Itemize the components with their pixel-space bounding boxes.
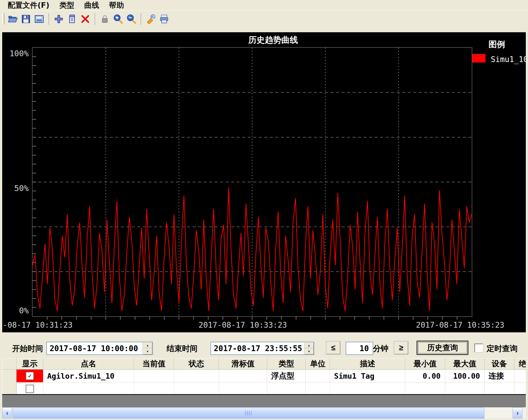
tag-table: 显示 点名 当前值 状态 滑标值 类型 单位 描述 最小值 最大值 设备 绝 ✓… (2, 358, 526, 395)
app-window: 配置文件(F) 类型 曲线 帮助 (0, 0, 528, 420)
start-time-spinner: ▲ ▼ (143, 342, 152, 354)
start-time-spin-down-button[interactable]: ▼ (143, 348, 152, 354)
x-axis-label-middle: 2017-08-17 10:33:23 (199, 321, 287, 330)
end-time-input[interactable]: 2017-08-17 23:55:55 ▲ ▼ (210, 342, 314, 355)
cell-type: 浮点型 (267, 370, 306, 383)
cell-name (43, 383, 134, 395)
cell-unit (306, 383, 330, 395)
add-curve-button[interactable] (52, 12, 65, 26)
save-as-icon (34, 14, 44, 24)
wrench-icon (146, 14, 156, 24)
end-time-spin-up-button[interactable]: ▲ (304, 342, 314, 348)
zoom-out-icon (126, 14, 136, 24)
col-header-unit[interactable]: 单位 (306, 358, 330, 370)
zoom-in-icon (113, 14, 123, 24)
table-header-row: 显示 点名 当前值 状态 滑标值 类型 单位 描述 最小值 最大值 设备 绝 (2, 358, 526, 370)
cell-cursor (219, 383, 267, 395)
save-button[interactable] (19, 12, 33, 26)
row-gutter-header (2, 358, 17, 370)
menu-curve[interactable]: 曲线 (79, 0, 104, 10)
col-header-extra[interactable]: 绝 (514, 358, 526, 370)
row-show-checkbox[interactable]: ✓ (26, 372, 34, 380)
menu-help[interactable]: 帮助 (104, 0, 129, 10)
col-header-show[interactable]: 显示 (17, 358, 43, 370)
y-axis-label-0: 0% (2, 306, 29, 315)
show-cell (17, 383, 43, 395)
delete-button[interactable] (79, 12, 92, 26)
copy-icon (67, 14, 77, 24)
cell-status (174, 383, 219, 395)
trend-plot[interactable] (32, 47, 472, 317)
trend-plot-svg (33, 48, 472, 316)
cell-desc: Simu1 Tag (330, 370, 405, 383)
save-floppy-icon (21, 14, 31, 24)
row-gutter[interactable] (2, 370, 17, 383)
cell-min: 0.00 (405, 370, 445, 383)
col-header-name[interactable]: 点名 (43, 358, 134, 370)
scroll-left-button[interactable]: ‹ (2, 407, 12, 418)
start-time-input[interactable]: 2017-08-17 10:00:00 ▲ ▼ (46, 342, 153, 355)
print-button[interactable] (158, 12, 171, 26)
copy-button[interactable] (65, 12, 79, 26)
scrollbar-grip (245, 411, 252, 415)
cell-min (405, 383, 445, 395)
zoom-in-button[interactable] (111, 12, 125, 26)
legend-series-label: Simu1_10 (491, 55, 526, 64)
cell-device (485, 383, 514, 395)
interval-value: 10 (359, 344, 369, 353)
col-header-min[interactable]: 最小值 (405, 358, 445, 370)
history-query-button[interactable]: 历史查询 (417, 341, 468, 355)
step-forward-button[interactable]: ≥ (394, 341, 408, 354)
end-time-value: 2017-08-17 23:55:55 (211, 344, 304, 353)
cell-unit (306, 370, 330, 383)
row-gutter[interactable] (2, 383, 17, 395)
horizontal-scrollbar[interactable]: ‹ › (2, 407, 526, 418)
cell-cursor (219, 370, 267, 383)
open-button[interactable] (6, 12, 19, 26)
open-folder-icon (8, 14, 18, 24)
table-row: ✓ Agilor.Simu1_10 浮点型 Simu1 Tag 0.00 100… (2, 370, 526, 383)
toolbar-separator (95, 13, 95, 25)
interval-input[interactable]: 10 (346, 342, 373, 355)
col-header-cursor[interactable]: 滑标值 (219, 358, 267, 370)
timer-query-checkbox[interactable] (474, 344, 483, 352)
lock-icon (100, 14, 110, 24)
toolbar (0, 10, 528, 27)
cell-device: 连接 (485, 370, 514, 383)
col-header-desc[interactable]: 描述 (330, 358, 405, 370)
cell-current (134, 370, 174, 383)
cell-desc (330, 383, 405, 395)
col-header-device[interactable]: 设备 (485, 358, 514, 370)
trend-chart-area: 历史趋势曲线 100% 50% 0% 2017-08-17 10:31:23 2… (2, 32, 526, 332)
zoom-out-button[interactable] (125, 12, 138, 26)
col-header-current[interactable]: 当前值 (134, 358, 174, 370)
settings-button[interactable] (144, 12, 158, 26)
col-header-max[interactable]: 最大值 (445, 358, 485, 370)
menu-bar: 配置文件(F) 类型 曲线 帮助 (0, 0, 528, 10)
col-header-type[interactable]: 类型 (267, 358, 306, 370)
cell-max (445, 383, 485, 395)
lock-button[interactable] (98, 12, 111, 26)
step-back-button[interactable]: ≤ (326, 341, 340, 354)
menu-config-file[interactable]: 配置文件(F) (3, 0, 54, 10)
add-plus-icon (54, 14, 64, 24)
col-header-status[interactable]: 状态 (174, 358, 219, 370)
cell-type (267, 383, 306, 395)
y-axis-label-50: 50% (2, 184, 29, 193)
end-time-label: 结束时间 (167, 343, 198, 354)
chart-title: 历史趋势曲线 (248, 34, 298, 46)
scroll-right-button[interactable]: › (513, 407, 522, 418)
legend-swatch (472, 54, 486, 63)
cell-status (174, 370, 219, 383)
menu-type[interactable]: 类型 (54, 0, 79, 10)
toolbar-grip[interactable] (2, 14, 4, 25)
scrollbar-thumb[interactable] (13, 408, 484, 419)
interval-unit-label: 分钟 (373, 343, 388, 354)
save-as-button[interactable] (33, 12, 46, 26)
legend-title: 图例 (489, 39, 505, 50)
row-show-checkbox[interactable] (26, 385, 34, 393)
bottom-panel (2, 394, 526, 408)
end-time-spin-down-button[interactable]: ▼ (304, 348, 314, 354)
start-time-spin-up-button[interactable]: ▲ (143, 342, 152, 348)
start-time-label: 开始时间 (12, 343, 43, 354)
